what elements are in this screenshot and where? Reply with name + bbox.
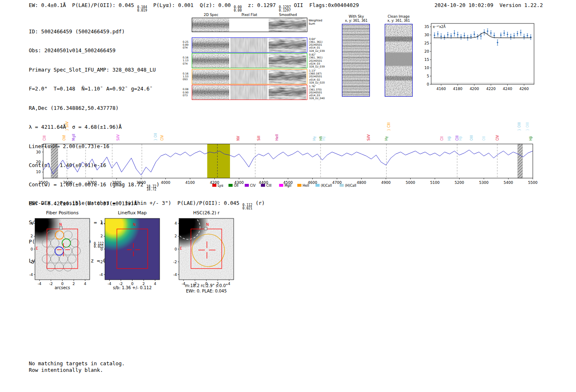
svg-text:Hγ: Hγ — [385, 136, 388, 141]
extraction-box — [191, 229, 222, 269]
svg-text:CIV: CIV — [250, 184, 256, 188]
clean-image — [385, 24, 413, 97]
line-fit-zoom-chart: 05101520253035416041804200422042404260e⁻… — [420, 21, 539, 94]
svg-text:3700: 3700 — [88, 181, 97, 185]
svg-text:0: 0 — [30, 247, 33, 251]
svg-text:} SiIV: } SiIV — [65, 121, 69, 131]
zoom-plot: 05101520253035416041804200422042404260e⁻… — [425, 23, 534, 91]
legend-swatch — [297, 184, 302, 187]
spec2d-fiber-row — [192, 85, 307, 100]
svg-text:e⁻¹⁷x2Å: e⁻¹⁷x2Å — [433, 24, 446, 29]
fiber-svg-shapes — [42, 227, 80, 271]
spec2d-row-annotation: 1.13"(360.187)20240501v014_02328_LU_020 — [309, 69, 330, 84]
svg-text:10: 10 — [36, 170, 41, 174]
svg-text:4000: 4000 — [161, 181, 170, 185]
svg-text:5500: 5500 — [528, 181, 538, 185]
svg-text:N: N — [59, 223, 62, 227]
col-header-pixel-flat: Pixel Flat — [230, 13, 269, 17]
stacked-uncertainty: 0.12970.1297 — [279, 6, 291, 12]
spec2d-row-left-labels: 0.080.90073 — [183, 88, 191, 97]
spec2d-row-left-labels: 0.250.89074 — [183, 40, 191, 49]
svg-text:N: N — [206, 223, 209, 227]
svg-text:CIV: CIV — [160, 135, 164, 141]
svg-text:5300: 5300 — [479, 181, 489, 185]
svg-text:30: 30 — [425, 33, 430, 37]
report-timestamp: 2024-10-20 10:02:09 Version 1.22.2 — [434, 2, 543, 8]
svg-text:0: 0 — [427, 82, 429, 86]
fiber-positions-overlay: -4-4-2-2002244NE — [23, 208, 102, 292]
info-line-id: ID: 5002466459 (5002466459.pdf) — [29, 28, 160, 35]
zoom-data-points — [434, 29, 531, 45]
svg-text:SiII: SiII — [257, 136, 261, 141]
svg-text:4180: 4180 — [453, 87, 462, 91]
svg-text:4800: 4800 — [357, 181, 366, 185]
lineflux-svg-shapes — [117, 229, 148, 269]
svg-text:HeII: HeII — [303, 184, 309, 188]
svg-text:25: 25 — [425, 41, 429, 45]
fiber-circle — [55, 263, 64, 271]
svg-text:(H)CaII: (H)CaII — [345, 184, 356, 188]
svg-text:30: 30 — [36, 150, 41, 154]
svg-text:-4: -4 — [29, 273, 33, 277]
svg-text:3900: 3900 — [137, 181, 146, 185]
svg-text:0: 0 — [100, 247, 103, 251]
lineflux-map-overlay: -4-4-2-2002244N — [93, 208, 172, 292]
svg-text:15: 15 — [425, 58, 429, 62]
fiber-circle — [42, 255, 51, 263]
svg-text:5400: 5400 — [504, 181, 513, 185]
legend-swatch — [261, 184, 265, 187]
svg-text:5100: 5100 — [430, 181, 440, 185]
svg-text:0: 0 — [174, 247, 177, 251]
info-line-amp: Primary Spec_Slot_IFU_AMP: 328_083_048_L… — [29, 67, 160, 73]
svg-text:4260: 4260 — [519, 87, 529, 91]
svg-text:OVI: OVI — [63, 135, 66, 141]
legend-swatch — [316, 184, 320, 187]
with-sky-image — [342, 24, 370, 97]
svg-text:4240: 4240 — [503, 87, 512, 91]
extraction-box — [47, 229, 78, 269]
svg-text:OII: OII — [482, 136, 486, 141]
clean-image-coords: x, y: 361, 361 — [379, 19, 418, 23]
svg-text:E: E — [36, 246, 38, 251]
spec2d-fiber-row — [192, 37, 307, 53]
svg-text:5200: 5200 — [455, 181, 464, 185]
weighted-smoothed-image — [269, 18, 306, 32]
stacked-uncertainty: 0.1040.019 — [137, 6, 147, 12]
fiber-circle — [46, 247, 55, 255]
spectrum-plot: 1020303500360037003800390040004100420043… — [36, 144, 538, 185]
spec2d-fiber-row — [192, 53, 307, 68]
svg-text:-2: -2 — [173, 260, 177, 264]
svg-text:Hβ: Hβ — [529, 136, 533, 141]
summary-header: EW: 0.4±0.1Å P(LAE)/P(OII): 0.045 0.1040… — [29, 2, 359, 12]
svg-text:35: 35 — [425, 25, 429, 29]
svg-text:-2: -2 — [99, 260, 103, 264]
svg-text:NV: NV — [237, 136, 240, 141]
spec2d-row-left-labels: 0.161.13074 — [183, 56, 191, 65]
hsc-caption-1: m:18.2 rc:2.9" s:0.0" — [169, 283, 244, 288]
masked-region-band — [518, 144, 523, 178]
svg-text:4220: 4220 — [486, 87, 496, 91]
svg-text:Hβ: Hβ — [448, 136, 451, 141]
svg-text:-4: -4 — [99, 273, 103, 277]
svg-text:OII: OII — [234, 184, 238, 188]
svg-text:3500: 3500 — [39, 181, 48, 185]
svg-text:4: 4 — [100, 221, 103, 225]
svg-text:e⁻¹⁷x2Å: e⁻¹⁷x2Å — [44, 144, 57, 148]
fiber-circle — [55, 247, 64, 255]
svg-text:CIII: CIII — [43, 135, 46, 141]
spec2d-row-left-labels: 0.161.53093 — [183, 72, 191, 81]
spectrum-line — [43, 150, 533, 175]
svg-text:4160: 4160 — [437, 87, 446, 91]
svg-text:2: 2 — [100, 234, 103, 238]
svg-text:} CIII: } CIII — [387, 123, 391, 131]
svg-text:E: E — [180, 246, 182, 251]
footer-line-1: No matching targets in catalog. — [29, 360, 125, 366]
svg-text:OIII: OIII — [470, 135, 474, 141]
svg-text:Hβ: Hβ — [459, 136, 462, 141]
svg-text:4200: 4200 — [469, 87, 479, 91]
legend-swatch — [245, 184, 249, 187]
svg-text:MgII: MgII — [72, 134, 76, 141]
elixer-detection-report: EW: 0.4±0.1Å P(LAE)/P(OII): 0.045 0.1040… — [0, 0, 576, 392]
clean-image-title: Clean Image — [379, 14, 418, 19]
weighted-sum-strip — [192, 18, 307, 32]
